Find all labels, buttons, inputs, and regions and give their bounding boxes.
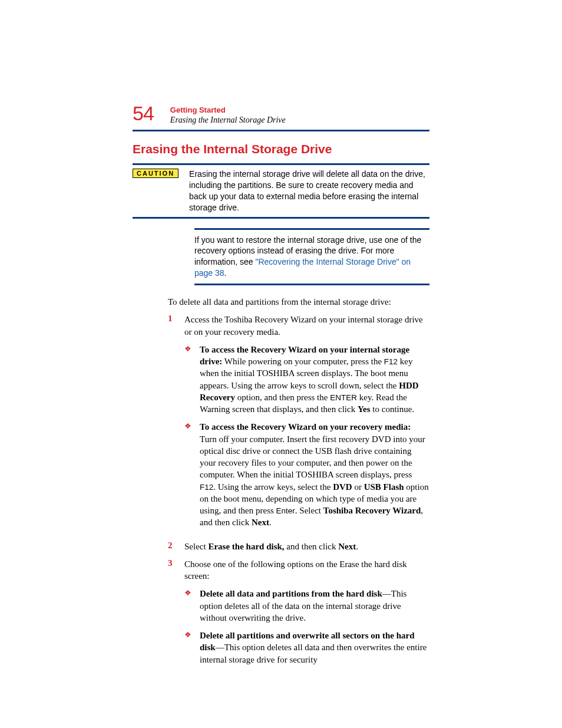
step-1: 1 Access the Toshiba Recovery Wizard on … [168,314,429,534]
body-text: and then click [285,542,339,551]
section-title: Erasing the Internal Storage Drive [133,142,429,156]
bold-text: Next [252,518,269,527]
step-1-sub-b: ❖ To access the Recovery Wizard on your … [184,421,429,528]
body-text: —This option deletes all data and then o… [200,643,427,664]
bold-text: DVD [333,482,352,492]
step-1-sub-a: ❖ To access the Recovery Wizard on your … [184,344,429,416]
key-name: F12 [384,357,398,366]
diamond-bullet-icon: ❖ [184,421,200,528]
body-text: . [356,542,358,551]
note-text: If you want to restore the internal stor… [194,235,429,279]
ordered-steps: 1 Access the Toshiba Recovery Wizard on … [168,314,429,671]
diamond-bullet-icon: ❖ [184,344,200,416]
step-body: Choose one of the following options on t… [184,558,429,671]
breadcrumb: Getting Started [170,106,286,114]
bold-text: USB Flash [364,482,404,492]
step-body: Select Erase the hard disk, and then cli… [184,541,429,552]
body-text: Select [184,542,208,551]
sub-body: To access the Recovery Wizard on your in… [200,344,429,416]
header-rule [133,130,429,131]
key-name: Enter [276,506,295,515]
bold-text: Delete all data and partitions from the … [200,589,382,598]
step-number: 3 [168,558,184,671]
note-block: If you want to restore the internal stor… [194,228,429,286]
sub-body: To access the Recovery Wizard on your re… [200,421,429,528]
bold-text: Toshiba Recovery Wizard [323,506,421,515]
body-text: . Select [295,506,323,515]
caution-block: CAUTION Erasing the internal storage dri… [133,163,429,219]
step-number: 2 [168,541,184,552]
bold-text: Yes [358,404,371,414]
step-2: 2 Select Erase the hard disk, and then c… [168,541,429,552]
key-name: ENTER [330,393,357,402]
step-3-sublist: ❖ Delete all data and partitions from th… [184,588,429,666]
bold-text: Erase the hard disk, [208,542,284,551]
body-text: option, and then press the [235,393,330,402]
diamond-bullet-icon: ❖ [184,588,200,624]
caution-label: CAUTION [133,169,178,178]
key-name: F12 [200,483,213,492]
intro-paragraph: To delete all data and partitions from t… [168,296,429,308]
step-1-sublist: ❖ To access the Recovery Wizard on your … [184,344,429,529]
header-texts: Getting Started Erasing the Internal Sto… [170,103,286,125]
bold-text: Next [338,542,356,551]
running-subheading: Erasing the Internal Storage Drive [170,116,286,125]
step-3-sub-b: ❖ Delete all partitions and overwrite al… [184,630,429,666]
bold-text: To access the Recovery Wizard on your re… [200,422,411,431]
caution-text: Erasing the internal storage drive will … [189,169,429,213]
note-suffix: . [224,268,227,278]
document-page: 54 Getting Started Erasing the Internal … [0,0,562,728]
sub-body: Delete all data and partitions from the … [200,588,429,624]
step-3: 3 Choose one of the following options on… [168,558,429,671]
body-text: or [352,482,364,492]
body-text: Turn off your computer. Insert the first… [200,434,425,480]
step-3-text: Choose one of the following options on t… [184,559,407,581]
sub-body: Delete all partitions and overwrite all … [200,630,429,666]
body-text: to continue. [371,404,415,414]
step-1-text: Access the Toshiba Recovery Wizard on yo… [184,315,423,336]
diamond-bullet-icon: ❖ [184,630,200,666]
step-number: 1 [168,314,184,534]
body-text: . [269,518,272,527]
page-number: 54 [133,103,154,123]
body-text: . Using the arrow keys, select the [213,482,333,492]
page-header: 54 Getting Started Erasing the Internal … [133,103,429,125]
step-3-sub-a: ❖ Delete all data and partitions from th… [184,588,429,624]
body-text: While powering on your computer, press t… [222,357,384,366]
step-body: Access the Toshiba Recovery Wizard on yo… [184,314,429,534]
